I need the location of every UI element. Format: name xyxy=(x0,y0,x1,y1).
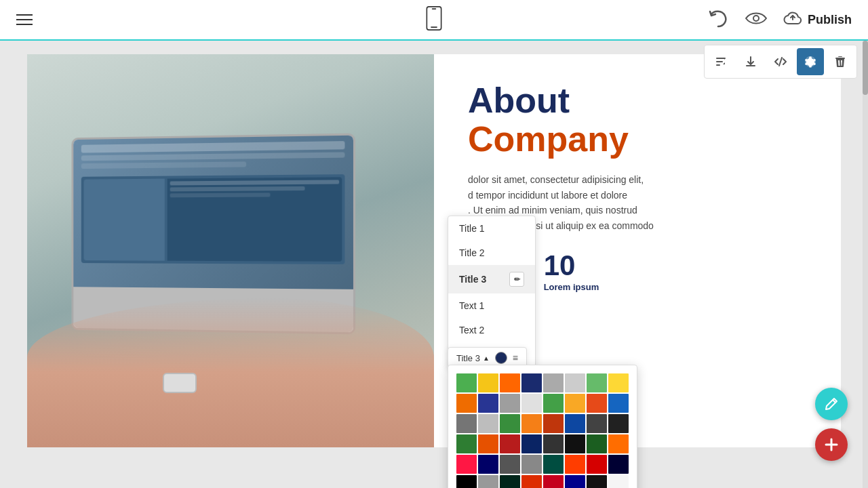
scroll-indicator xyxy=(863,41,868,488)
color-cell[interactable] xyxy=(500,394,520,413)
dropdown-item-label: Title 3 xyxy=(459,274,486,285)
color-swatch[interactable] xyxy=(495,352,507,364)
color-cell[interactable] xyxy=(521,455,542,474)
align-icon[interactable]: ≡ xyxy=(513,352,518,363)
edit-pencil-icon[interactable]: ✏ xyxy=(509,272,524,287)
color-cell[interactable] xyxy=(565,455,585,474)
color-cell[interactable] xyxy=(543,434,564,453)
section-toolbar xyxy=(704,45,857,79)
svg-point-3 xyxy=(753,16,759,21)
settings-button[interactable] xyxy=(797,48,824,75)
color-cell[interactable] xyxy=(500,475,520,488)
hamburger-menu-icon[interactable] xyxy=(16,14,33,25)
fab-add-button[interactable] xyxy=(815,428,848,461)
color-cell[interactable] xyxy=(456,414,477,433)
color-cell[interactable] xyxy=(500,373,520,392)
color-cell[interactable] xyxy=(521,373,542,392)
color-cell[interactable] xyxy=(456,455,477,474)
header: Publish xyxy=(0,0,868,41)
svg-line-7 xyxy=(779,58,782,66)
dropdown-item-label: Title 2 xyxy=(459,247,485,258)
dropdown-item-text2[interactable]: Text 2 xyxy=(448,318,535,342)
color-cell[interactable] xyxy=(521,394,542,413)
canvas: About Company dolor sit amet, consectetu… xyxy=(0,41,868,488)
color-cell[interactable] xyxy=(608,373,629,392)
color-cell[interactable] xyxy=(587,475,607,488)
color-cell[interactable] xyxy=(565,434,585,453)
color-cell[interactable] xyxy=(543,373,564,392)
color-cell[interactable] xyxy=(608,394,629,413)
header-left xyxy=(16,14,33,25)
svg-rect-0 xyxy=(427,7,441,30)
color-cell[interactable] xyxy=(456,373,477,392)
svg-rect-9 xyxy=(835,58,845,59)
color-cell[interactable] xyxy=(543,394,564,413)
dropdown-item-text1[interactable]: Text 1 xyxy=(448,293,535,318)
color-picker: More > xyxy=(448,365,637,488)
color-cell[interactable] xyxy=(587,394,607,413)
color-cell[interactable] xyxy=(608,434,629,453)
color-cell[interactable] xyxy=(521,414,542,433)
download-button[interactable] xyxy=(737,48,764,75)
dropdown-item-title2[interactable]: Title 2 xyxy=(448,241,535,265)
color-cell[interactable] xyxy=(521,434,542,453)
color-cell[interactable] xyxy=(456,475,477,488)
color-cell[interactable] xyxy=(587,455,607,474)
color-cell[interactable] xyxy=(456,434,477,453)
content-section: About Company dolor sit amet, consectetu… xyxy=(27,54,841,447)
color-cell[interactable] xyxy=(456,394,477,413)
color-cell[interactable] xyxy=(565,373,585,392)
color-cell[interactable] xyxy=(565,475,585,488)
publish-label: Publish xyxy=(808,13,852,27)
header-right: Publish xyxy=(707,9,852,30)
color-cell[interactable] xyxy=(478,434,498,453)
dropdown-item-label: Text 1 xyxy=(459,300,484,311)
color-cell[interactable] xyxy=(587,373,607,392)
dropdown-item-label: Text 2 xyxy=(459,325,484,336)
laptop-illustration xyxy=(27,54,434,447)
style-selected-label: Title 3 xyxy=(456,353,480,363)
undo-icon[interactable] xyxy=(707,9,729,30)
color-cell[interactable] xyxy=(565,394,585,413)
dropdown-item-label: Title 1 xyxy=(459,223,485,234)
eye-icon[interactable] xyxy=(745,10,767,29)
caret-up-icon: ▲ xyxy=(483,354,490,362)
color-cell[interactable] xyxy=(608,414,629,433)
left-image xyxy=(27,54,434,447)
delete-button[interactable] xyxy=(827,48,854,75)
color-cell[interactable] xyxy=(521,475,542,488)
color-cell[interactable] xyxy=(500,434,520,453)
code-button[interactable] xyxy=(767,48,794,75)
fab-edit-button[interactable] xyxy=(815,388,848,420)
color-cell[interactable] xyxy=(478,394,498,413)
color-cell[interactable] xyxy=(543,414,564,433)
svg-rect-6 xyxy=(716,64,720,66)
publish-button[interactable]: Publish xyxy=(783,10,852,30)
color-cell[interactable] xyxy=(608,475,629,488)
company-title: Company xyxy=(468,120,807,159)
color-cell[interactable] xyxy=(608,455,629,474)
dropdown-item-title1[interactable]: Title 1 xyxy=(448,216,535,241)
color-cell[interactable] xyxy=(500,455,520,474)
color-cell[interactable] xyxy=(478,373,498,392)
phone-icon[interactable] xyxy=(425,6,443,33)
header-center xyxy=(425,6,443,33)
text-style-dropdown: Title 1 Title 2 Title 3 ✏ Text 1 Text 2 … xyxy=(448,216,536,367)
stat-label-2: Lorem ipsum xyxy=(544,282,599,292)
color-cell[interactable] xyxy=(565,414,585,433)
color-cell[interactable] xyxy=(543,475,564,488)
color-cell[interactable] xyxy=(478,414,498,433)
style-selector[interactable]: Title 3 ▲ xyxy=(456,353,490,363)
scroll-thumb[interactable] xyxy=(863,41,868,95)
color-cell[interactable] xyxy=(543,455,564,474)
about-title: About xyxy=(468,81,807,120)
publish-cloud-icon xyxy=(783,10,802,30)
color-cell[interactable] xyxy=(478,475,498,488)
color-cell[interactable] xyxy=(500,414,520,433)
sort-button[interactable] xyxy=(707,48,734,75)
svg-rect-5 xyxy=(716,61,723,62)
color-cell[interactable] xyxy=(587,434,607,453)
dropdown-item-title3[interactable]: Title 3 ✏ xyxy=(448,265,535,293)
color-cell[interactable] xyxy=(587,414,607,433)
color-cell[interactable] xyxy=(478,455,498,474)
